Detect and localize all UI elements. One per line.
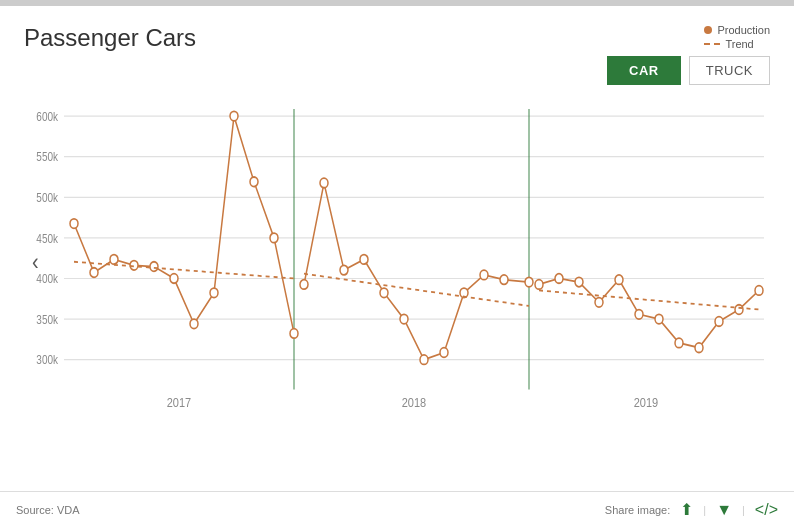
point-2017-5 [150,262,158,272]
page-title: Passenger Cars [24,24,196,52]
legend-buttons: Production Trend CAR TRUCK [607,24,770,85]
sep-2: | [742,504,745,516]
legend-production-label: Production [717,24,770,36]
point-2018-12 [525,277,533,287]
line-2019 [539,278,759,347]
point-2018-3 [340,265,348,275]
point-2018-2 [320,178,328,188]
point-2018-5 [380,288,388,298]
car-button[interactable]: CAR [607,56,681,85]
legend: Production Trend [704,24,770,50]
point-2019-10 [715,317,723,327]
svg-text:350k: 350k [36,313,58,326]
point-2019-6 [635,310,643,320]
legend-production: Production [704,24,770,36]
legend-trend-dash [704,43,720,45]
chart-svg: 600k 550k 500k 450k 400k 350k 300k [24,97,770,491]
legend-production-dot [704,26,712,34]
sep-1: | [703,504,706,516]
point-2018-8 [440,348,448,358]
chart-area: 600k 550k 500k 450k 400k 350k 300k [24,97,770,491]
footer: Source: VDA Share image: ⬆ | ▼ | </> [0,491,794,527]
point-2019-12 [755,286,763,296]
point-2017-8 [210,288,218,298]
svg-text:300k: 300k [36,354,58,367]
point-2019-9 [695,343,703,353]
point-2019-2 [555,274,563,284]
truck-button[interactable]: TRUCK [689,56,770,85]
xlabel-2018: 2018 [402,395,427,410]
point-2018-6 [400,314,408,324]
download-icon[interactable]: ▼ [716,501,732,519]
point-2018-4 [360,255,368,265]
svg-text:600k: 600k [36,110,58,123]
point-2019-1 [535,280,543,290]
point-2018-11 [500,275,508,285]
buttons-row: CAR TRUCK [607,56,770,85]
share-icon[interactable]: ⬆ [680,500,693,519]
nav-left-icon: ‹ [32,248,39,275]
trend-2019 [539,290,759,309]
share-label: Share image: [605,504,670,516]
trend-2017 [74,262,294,279]
point-2017-10 [250,177,258,187]
point-2017-12 [290,329,298,339]
xlabel-2017: 2017 [167,395,192,410]
legend-trend-label: Trend [725,38,753,50]
legend-trend: Trend [704,38,753,50]
point-2019-7 [655,314,663,324]
footer-right: Share image: ⬆ | ▼ | </> [605,500,778,519]
point-2017-9 [230,111,238,121]
svg-text:550k: 550k [36,151,58,164]
line-2018 [304,183,529,360]
point-2018-10 [480,270,488,280]
point-2017-3 [110,255,118,265]
point-2017-1 [70,219,78,229]
point-2019-11 [735,305,743,315]
svg-text:450k: 450k [36,232,58,245]
svg-text:400k: 400k [36,272,58,285]
header-row: Passenger Cars Production Trend CAR TRUC… [24,24,770,85]
point-2017-7 [190,319,198,329]
point-2017-11 [270,233,278,243]
point-2019-4 [595,298,603,308]
point-2017-2 [90,268,98,278]
point-2018-7 [420,355,428,365]
svg-text:500k: 500k [36,191,58,204]
main-content: Passenger Cars Production Trend CAR TRUC… [0,6,794,491]
point-2019-8 [675,338,683,348]
line-2017 [74,116,294,333]
point-2018-1 [300,280,308,290]
embed-icon[interactable]: </> [755,501,778,519]
point-2017-6 [170,274,178,284]
source-label: Source: VDA [16,504,80,516]
xlabel-2019: 2019 [634,395,659,410]
point-2019-3 [575,277,583,287]
point-2019-5 [615,275,623,285]
